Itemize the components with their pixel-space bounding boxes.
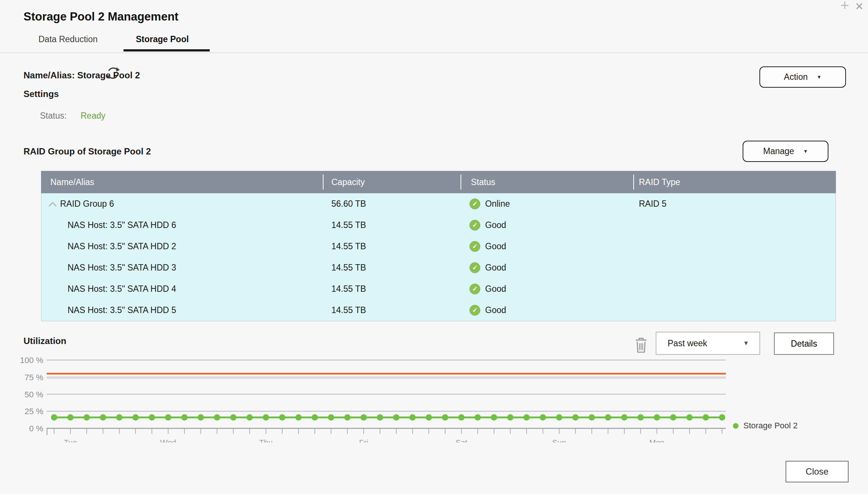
active-tab-underline <box>124 49 210 51</box>
row-status: Good <box>485 220 506 230</box>
status-ok-icon: ✓ <box>469 262 480 273</box>
action-button[interactable]: Action ▼ <box>759 66 846 88</box>
window-close-icon[interactable]: × <box>855 0 863 14</box>
row-capacity: 14.55 TB <box>323 241 460 251</box>
row-capacity: 14.55 TB <box>323 263 460 273</box>
column-header-capacity[interactable]: Capacity <box>323 171 460 193</box>
row-status: Good <box>485 241 506 251</box>
period-dropdown-value: Past week <box>668 338 707 348</box>
caret-down-icon: ▼ <box>743 340 749 346</box>
status-ok-icon: ✓ <box>469 198 480 209</box>
status-value: Ready <box>81 111 105 121</box>
legend-dot-icon <box>733 423 739 429</box>
svg-text:Mon: Mon <box>649 438 665 443</box>
svg-text:75 %: 75 % <box>25 373 43 382</box>
table-row[interactable]: NAS Host: 3.5" SATA HDD 214.55 TB✓Good <box>41 236 836 257</box>
raid-table-body: RAID Group 656.60 TB✓OnlineRAID 5NAS Hos… <box>41 193 836 321</box>
status-ok-icon: ✓ <box>469 305 480 316</box>
svg-text:100 %: 100 % <box>20 356 43 365</box>
table-row[interactable]: NAS Host: 3.5" SATA HDD 414.55 TB✓Good <box>41 278 836 300</box>
table-row[interactable]: RAID Group 656.60 TB✓OnlineRAID 5 <box>41 193 836 215</box>
row-capacity: 14.55 TB <box>323 284 460 294</box>
status-ok-icon: ✓ <box>469 284 480 294</box>
raid-section-title: RAID Group of Storage Pool 2 <box>24 146 151 157</box>
tab-storage-pool[interactable]: Storage Pool <box>136 34 189 44</box>
chart-legend: Storage Pool 2 <box>733 421 798 431</box>
raid-group-table: Name/Alias Capacity Status RAID Type RAI… <box>41 171 836 321</box>
manage-button[interactable]: Manage ▼ <box>743 141 828 162</box>
row-capacity: 14.55 TB <box>323 220 460 230</box>
legend-label: Storage Pool 2 <box>743 421 798 431</box>
action-button-label: Action <box>784 72 808 82</box>
row-capacity: 56.60 TB <box>323 199 460 209</box>
tabs-separator <box>0 53 868 53</box>
svg-text:Tue: Tue <box>64 438 77 443</box>
svg-text:Thu: Thu <box>259 438 272 443</box>
status-ok-icon: ✓ <box>469 241 480 252</box>
row-name: NAS Host: 3.5" SATA HDD 5 <box>48 305 176 315</box>
utilization-title: Utilization <box>24 336 66 346</box>
svg-text:25 %: 25 % <box>25 407 43 416</box>
status-label: Status: <box>40 111 67 121</box>
tab-data-reduction[interactable]: Data Reduction <box>38 34 98 44</box>
pool-name-alias: Name/Alias: Storage Pool 2 <box>24 70 140 81</box>
table-row[interactable]: NAS Host: 3.5" SATA HDD 514.55 TB✓Good <box>41 300 836 321</box>
svg-text:0 %: 0 % <box>29 424 43 433</box>
refresh-icon[interactable] <box>106 66 121 81</box>
table-header: Name/Alias Capacity Status RAID Type <box>41 171 836 193</box>
row-name: NAS Host: 3.5" SATA HDD 4 <box>48 284 176 294</box>
row-status: Online <box>485 199 510 209</box>
svg-text:Fri: Fri <box>359 438 368 443</box>
caret-down-icon: ▼ <box>803 149 808 154</box>
svg-text:Wed: Wed <box>160 438 176 443</box>
svg-text:Sat: Sat <box>456 438 468 443</box>
row-status: Good <box>485 305 506 315</box>
svg-text:Sun: Sun <box>552 438 566 443</box>
row-raid-type: RAID 5 <box>633 199 836 209</box>
manage-button-label: Manage <box>763 146 794 156</box>
row-name: NAS Host: 3.5" SATA HDD 6 <box>48 220 176 230</box>
close-button[interactable]: Close <box>786 461 849 482</box>
row-name: NAS Host: 3.5" SATA HDD 2 <box>48 241 176 251</box>
page-title: Storage Pool 2 Management <box>24 10 178 24</box>
row-status: Good <box>485 284 506 294</box>
settings-section-label: Settings <box>24 89 59 99</box>
column-header-status[interactable]: Status <box>460 171 633 193</box>
window-add-icon[interactable]: + <box>840 0 849 14</box>
status-ok-icon: ✓ <box>469 220 480 231</box>
caret-down-icon: ▼ <box>817 75 822 79</box>
table-row[interactable]: NAS Host: 3.5" SATA HDD 614.55 TB✓Good <box>41 215 836 236</box>
row-status: Good <box>485 263 506 273</box>
svg-text:50 %: 50 % <box>25 390 43 399</box>
column-header-name[interactable]: Name/Alias <box>41 171 323 193</box>
storage-pool-dialog: Storage Pool 2 Management + × Data Reduc… <box>0 0 868 494</box>
column-header-raid-type[interactable]: RAID Type <box>633 171 836 193</box>
row-capacity: 14.55 TB <box>323 305 460 315</box>
row-name: NAS Host: 3.5" SATA HDD 3 <box>48 263 176 273</box>
collapse-icon[interactable] <box>48 201 57 207</box>
table-row[interactable]: NAS Host: 3.5" SATA HDD 314.55 TB✓Good <box>41 257 836 278</box>
row-name: RAID Group 6 <box>60 199 114 209</box>
